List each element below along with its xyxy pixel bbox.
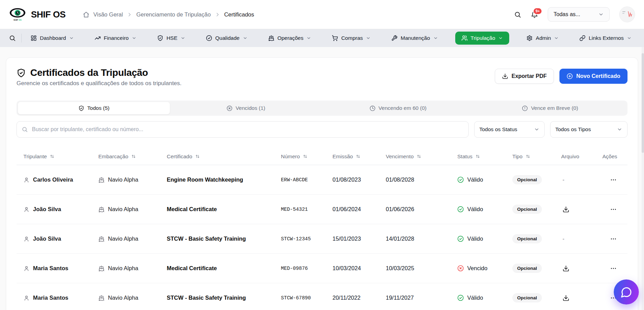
nav-item-label: Manutenção [401, 35, 430, 41]
certificate-number: STCW-67890 [281, 295, 332, 301]
expiry-date: 10/03/2025 [386, 265, 457, 272]
chat-fab-button[interactable] [614, 279, 639, 305]
column-header-tipo[interactable]: Tipo [512, 153, 561, 160]
certificate-name: STCW - Basic Safety Training [167, 295, 281, 301]
issue-date: 01/08/2023 [332, 176, 386, 183]
nav-search-button[interactable] [9, 35, 16, 42]
nav-item-operacoes[interactable]: Operações [265, 32, 315, 45]
nav-item-label: Operações [277, 35, 304, 41]
nav-item-links-externos[interactable]: Links Externos [576, 32, 635, 45]
issue-date: 01/06/2024 [332, 206, 386, 213]
column-header-emissão[interactable]: Emissão [332, 153, 386, 160]
nav-item-qualidade[interactable]: Qualidade [203, 32, 251, 45]
issue-date: 10/03/2024 [332, 265, 386, 272]
breadcrumb-item-visao-geral[interactable]: Visão Geral [94, 11, 123, 18]
type-filter-dropdown[interactable]: Todos os Tipos [550, 121, 627, 138]
nav-item-admin[interactable]: Admin [523, 32, 562, 45]
chevron-down-icon [366, 36, 371, 41]
main-navbar: Dashboard Financeiro HSE Qualidade Opera… [0, 29, 644, 47]
file-download-button[interactable] [561, 293, 571, 303]
expiry-date: 01/06/2026 [386, 206, 457, 213]
tab-todos[interactable]: Todos (5) [18, 102, 170, 114]
certificate-number: STCW-12345 [281, 236, 332, 242]
vessel-name: Navio Alpha [108, 295, 138, 301]
nav-item-tripulacao[interactable]: Tripulação [455, 32, 510, 45]
nav-item-manutencao[interactable]: Manutenção [388, 32, 441, 45]
column-label: Tipo [512, 153, 523, 160]
status-filter-label: Todos os Status [479, 126, 517, 133]
column-label: Certificado [167, 153, 192, 160]
search-icon [514, 11, 521, 18]
column-label: Arquivo [561, 153, 579, 160]
new-certificate-button[interactable]: Novo Certificado [559, 69, 627, 84]
table-row[interactable]: Maria Santos Navio Alpha STCW - Basic Sa… [17, 283, 627, 310]
type-badge: Opcional [512, 234, 542, 243]
column-header-ações: Ações [602, 153, 627, 160]
page-subtitle: Gerencie os certificados e qualificações… [17, 80, 182, 87]
export-pdf-button[interactable]: Exportar PDF [495, 69, 554, 84]
nav-item-compras[interactable]: Compras [328, 32, 374, 45]
chevron-down-icon [617, 127, 622, 132]
column-header-certificado[interactable]: Certificado [167, 153, 281, 160]
table-row[interactable]: Maria Santos Navio Alpha Medical Certifi… [17, 254, 627, 283]
search-input[interactable] [17, 121, 469, 138]
notifications-button[interactable]: 9+ [531, 11, 538, 18]
notification-badge: 9+ [533, 8, 542, 15]
nav-item-dashboard[interactable]: Dashboard [27, 32, 77, 45]
row-actions-button[interactable] [609, 264, 618, 273]
expiry-date: 19/11/2027 [386, 295, 457, 301]
breadcrumb-item-gerenciamento[interactable]: Gerenciamento de Tripulação [136, 11, 210, 18]
column-header-número[interactable]: Número [281, 153, 332, 160]
clock-icon [370, 105, 375, 111]
column-label: Emissão [332, 153, 353, 160]
table-row[interactable]: Carlos Oliveira Navio Alpha Engine Room … [17, 165, 627, 195]
row-actions-button[interactable] [609, 175, 618, 185]
filter-row: Todos os Status Todos os Tipos [17, 121, 627, 138]
expiry-date: 01/08/2028 [386, 176, 457, 183]
shield-icon [157, 35, 163, 41]
column-label: Status [457, 153, 472, 160]
brand-logo[interactable]: SHIF OS SHIF OS [9, 7, 66, 22]
user-avatar[interactable] [619, 7, 635, 22]
tab-vencendo-60[interactable]: Vencendo em 60 (0) [322, 102, 474, 114]
status-label: Válido [467, 176, 483, 183]
table-row[interactable]: João Silva Navio Alpha Medical Certifica… [17, 195, 627, 224]
type-filter-label: Todos os Tipos [555, 126, 591, 133]
scrollbar[interactable] [642, 47, 644, 310]
status-tabs: Todos (5) Vencidos (1) Vencendo em 60 (0… [17, 101, 627, 116]
tab-label: Vence em Breve (0) [531, 105, 578, 111]
nav-items: Dashboard Financeiro HSE Qualidade Opera… [27, 32, 635, 45]
check-circle-icon [457, 176, 464, 183]
column-label: Tripulante [23, 153, 47, 160]
ship-icon [98, 177, 105, 183]
row-actions-button[interactable] [609, 234, 618, 244]
status-filter-dropdown[interactable]: Todos os Status [474, 121, 545, 138]
wrench-icon [391, 35, 397, 41]
table-row[interactable]: João Silva Navio Alpha STCW - Basic Safe… [17, 224, 627, 254]
search-icon [9, 35, 16, 42]
nav-item-financeiro[interactable]: Financeiro [91, 32, 140, 45]
nav-item-label: Financeiro [104, 35, 129, 41]
header-right: 9+ Todas as... [514, 7, 635, 22]
ellipsis-icon [610, 265, 617, 272]
column-header-tripulante[interactable]: Tripulante [23, 153, 98, 160]
nav-item-label: Links Externos [589, 35, 624, 41]
column-header-vencimento[interactable]: Vencimento [386, 153, 457, 160]
scrollbar-thumb[interactable] [642, 53, 644, 153]
page-actions: Exportar PDF Novo Certificado [495, 69, 627, 84]
status-label: Válido [467, 206, 483, 213]
file-download-button[interactable] [561, 264, 571, 273]
sort-icon [356, 154, 361, 159]
sort-icon [50, 154, 55, 159]
file-download-button[interactable] [561, 205, 571, 214]
ship-icon [268, 35, 274, 41]
header-search-button[interactable] [514, 11, 521, 18]
tab-vence-breve[interactable]: Vence em Breve (0) [474, 102, 626, 114]
org-selector-dropdown[interactable]: Todas as... [548, 7, 610, 22]
column-header-status[interactable]: Status [457, 153, 512, 160]
nav-item-hse[interactable]: HSE [154, 32, 189, 45]
column-header-embarcação[interactable]: Embarcação [98, 153, 167, 160]
title-row: Certificados da Tripulação Gerencie os c… [17, 67, 627, 87]
tab-vencidos[interactable]: Vencidos (1) [170, 102, 322, 114]
row-actions-button[interactable] [609, 205, 618, 214]
